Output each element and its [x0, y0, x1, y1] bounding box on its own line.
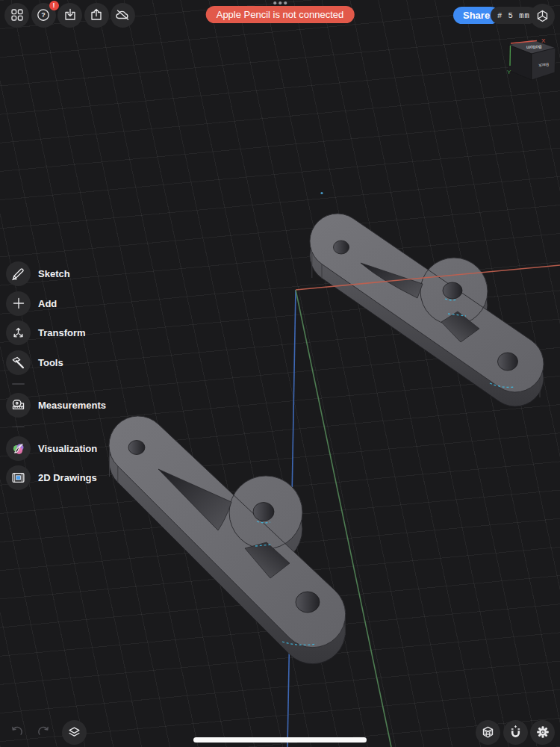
- sidebar-item-tools[interactable]: Tools: [6, 348, 106, 378]
- svg-text:?: ?: [41, 11, 46, 19]
- toolbar-bottom-right: [476, 720, 555, 745]
- tool-sidebar: Sketch Add Transform: [6, 259, 106, 493]
- plus-icon: [12, 297, 25, 310]
- help-button[interactable]: ? !: [31, 3, 56, 28]
- sidebar-label: Transform: [38, 327, 86, 338]
- model-part-lower[interactable]: [109, 416, 346, 664]
- hammer-icon: [11, 356, 25, 370]
- export-icon: [90, 8, 103, 22]
- visualization-button[interactable]: [6, 436, 31, 461]
- sidebar-label: Measurements: [38, 400, 106, 411]
- move-arrows-icon: [11, 326, 25, 340]
- help-icon: ?: [36, 7, 51, 22]
- home-indicator[interactable]: [193, 737, 367, 743]
- undo-button[interactable]: [4, 720, 29, 745]
- view-cube[interactable]: Bottom Back X Y: [507, 37, 556, 80]
- help-alert-badge: !: [49, 1, 59, 10]
- undo-icon: [10, 725, 24, 740]
- cube-y-label: Y: [507, 69, 511, 75]
- shaded-view-button[interactable]: [476, 720, 500, 745]
- projects-grid-button[interactable]: [4, 3, 29, 28]
- items-button[interactable]: [62, 720, 87, 745]
- toolbar-top-left: ? !: [4, 3, 135, 28]
- measurements-button[interactable]: [6, 393, 31, 418]
- magnet-icon: [508, 725, 523, 740]
- sidebar-label: Tools: [38, 357, 63, 368]
- projects-grid-icon: [10, 8, 24, 22]
- transform-button[interactable]: [6, 320, 31, 345]
- sidebar-divider: [6, 377, 106, 391]
- axis-y: [296, 290, 391, 747]
- axis-view-icon: [535, 9, 550, 23]
- model-part-upper[interactable]: [310, 214, 544, 406]
- sidebar-item-add[interactable]: Add: [6, 289, 106, 319]
- sidebar-item-visualization[interactable]: Visualization: [6, 434, 106, 464]
- layers-icon: [67, 725, 81, 740]
- import-icon: [63, 8, 77, 22]
- multitask-indicator[interactable]: [273, 1, 287, 4]
- import-button[interactable]: [57, 3, 82, 28]
- sidebar-item-measurements[interactable]: Measurements: [6, 391, 106, 421]
- pencil-notification[interactable]: Apple Pencil is not connected: [206, 6, 355, 23]
- paintbrush-icon: [11, 441, 25, 456]
- cloud-offline-button[interactable]: [111, 3, 135, 28]
- redo-button[interactable]: [31, 720, 56, 745]
- blueprint-icon: [11, 471, 25, 485]
- cloud-offline-icon: [116, 8, 130, 22]
- sidebar-item-sketch[interactable]: Sketch: [6, 259, 106, 289]
- add-button[interactable]: [6, 291, 31, 316]
- sidebar-label: 2D Drawings: [38, 472, 97, 483]
- toolbar-bottom-left: [4, 720, 87, 745]
- sidebar-label: Visualization: [38, 443, 97, 454]
- sidebar-label: Sketch: [38, 268, 70, 279]
- pencil-icon: [11, 267, 25, 281]
- sidebar-divider: [6, 421, 106, 434]
- snapping-button[interactable]: [503, 720, 528, 745]
- export-button[interactable]: [84, 3, 109, 28]
- drawings-button[interactable]: [6, 465, 31, 490]
- sketch-button[interactable]: [6, 261, 31, 286]
- tools-button[interactable]: [6, 350, 31, 375]
- sketch-point: [320, 192, 323, 194]
- shaded-box-icon: [481, 725, 495, 740]
- view-cube-top-label[interactable]: Bottom: [526, 44, 542, 50]
- sidebar-item-2d-drawings[interactable]: 2D Drawings: [6, 463, 106, 493]
- sidebar-label: Add: [38, 298, 57, 309]
- cube-axis-y: [510, 46, 511, 66]
- redo-icon: [37, 725, 51, 740]
- settings-button[interactable]: [530, 720, 555, 745]
- orientation-button[interactable]: [530, 4, 555, 28]
- gear-icon: [535, 725, 550, 740]
- sidebar-item-transform[interactable]: Transform: [6, 318, 106, 348]
- tape-measure-icon: [11, 398, 25, 412]
- cube-x-label: X: [541, 37, 546, 44]
